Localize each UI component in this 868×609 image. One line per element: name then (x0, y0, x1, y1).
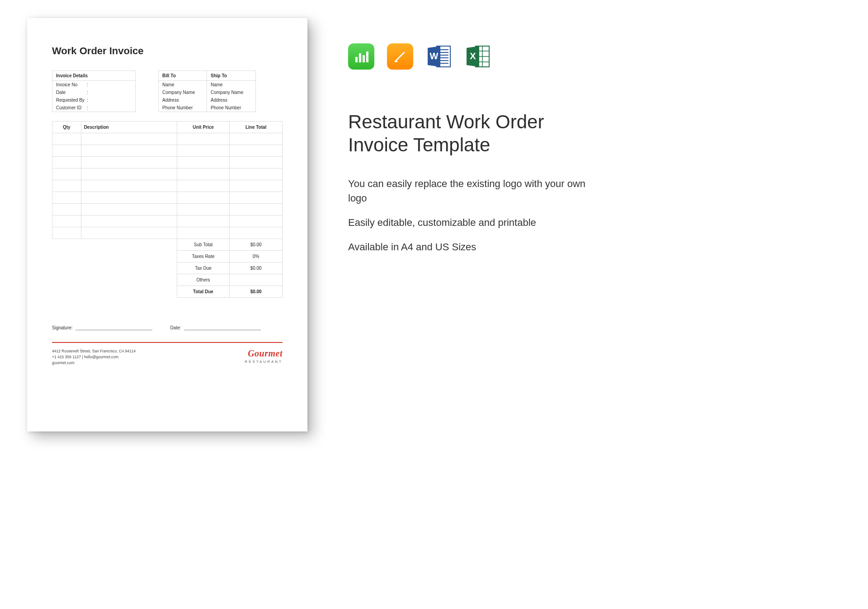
totals-row: Others (52, 274, 283, 286)
totals-row: Taxes Rate0% (52, 251, 283, 262)
th-unit: Unit Price (177, 122, 230, 133)
bill-to-column: Bill To Name Company Name Address Phone … (158, 70, 207, 112)
totals-row: Sub Total$0.00 (52, 239, 283, 251)
party-row: Phone Number (159, 104, 207, 112)
info-row: Invoice Details Invoice No: Date: Reques… (52, 70, 283, 112)
divider (52, 342, 283, 343)
totals-value: $0.00 (230, 239, 283, 251)
format-icons: W X (348, 43, 592, 70)
party-row: Address (207, 96, 255, 104)
date-label: Date: (170, 325, 181, 330)
ship-to-column: Ship To Name Company Name Address Phone … (207, 70, 256, 112)
feature-item: Easily editable, customizable and printa… (348, 215, 592, 230)
totals-label: Taxes Rate (177, 251, 230, 262)
footer-address: 4412 Roosevelt Street, San Francisco, CA… (52, 348, 136, 365)
brand-name: Gourmet (245, 348, 283, 359)
signature-label: Signature: (52, 325, 73, 330)
party-row: Name (207, 81, 255, 89)
date-line (184, 325, 261, 330)
table-row (52, 192, 283, 204)
title-line: Invoice Template (348, 134, 490, 155)
invoice-field: Invoice No: (52, 81, 135, 89)
totals-value: $0.00 (230, 262, 283, 274)
footer-line: gourmet.com (52, 360, 136, 366)
totals-label: Tax Due (177, 262, 230, 274)
totals-label: Total Due (177, 286, 230, 298)
footer-line: 4412 Roosevelt Street, San Francisco, CA… (52, 348, 136, 354)
bill-ship-box: Bill To Name Company Name Address Phone … (158, 70, 256, 112)
svg-rect-0 (355, 57, 358, 62)
title-line: Restaurant Work Order (348, 111, 544, 132)
table-row (52, 133, 283, 145)
brand: Gourmet RESTAURANT (245, 348, 283, 364)
product-title: Restaurant Work Order Invoice Template (348, 110, 592, 156)
bill-to-header: Bill To (159, 71, 207, 81)
table-row (52, 157, 283, 169)
brand-sub: RESTAURANT (245, 360, 283, 364)
totals-value (230, 274, 283, 286)
excel-icon: X (465, 43, 491, 70)
svg-rect-2 (363, 55, 365, 62)
totals-row: Total Due$0.00 (52, 286, 283, 298)
signature-row: Signature: Date: (52, 325, 283, 330)
svg-rect-3 (366, 52, 368, 62)
totals-label: Others (177, 274, 230, 286)
feature-item: Available in A4 and US Sizes (348, 240, 592, 254)
party-row: Company Name (207, 89, 255, 96)
pages-icon (387, 43, 413, 70)
footer-line: +1 415 359 1127 | hello@gourmet.com (52, 354, 136, 360)
table-row (52, 227, 283, 239)
items-table: Qty Description Unit Price Line Total Su… (52, 121, 283, 298)
invoice-details-header: Invoice Details (52, 71, 135, 81)
table-row (52, 180, 283, 192)
party-row: Name (159, 81, 207, 89)
document-preview: Work Order Invoice Invoice Details Invoi… (27, 18, 307, 431)
feature-item: You can easily replace the existing logo… (348, 177, 592, 206)
footer: 4412 Roosevelt Street, San Francisco, CA… (52, 348, 283, 365)
ship-to-header: Ship To (207, 71, 255, 81)
th-line: Line Total (230, 122, 283, 133)
product-panel: W X Restaurant Work Order Invoice Templa… (348, 43, 592, 264)
date-field: Date: (170, 325, 261, 330)
svg-rect-1 (359, 53, 361, 62)
feature-list: You can easily replace the existing logo… (348, 177, 592, 254)
invoice-field: Customer ID: (52, 104, 135, 112)
totals-value: $0.00 (230, 286, 283, 298)
party-row: Phone Number (207, 104, 255, 112)
table-row (52, 204, 283, 215)
svg-text:X: X (470, 51, 476, 61)
table-row (52, 169, 283, 180)
doc-title: Work Order Invoice (52, 45, 283, 57)
invoice-field: Date: (52, 89, 135, 96)
party-row: Company Name (159, 89, 207, 96)
numbers-icon (348, 43, 374, 70)
party-row: Address (159, 96, 207, 104)
signature-field: Signature: (52, 325, 152, 330)
signature-line (75, 325, 152, 330)
table-row (52, 145, 283, 157)
totals-row: Tax Due$0.00 (52, 262, 283, 274)
totals-value: 0% (230, 251, 283, 262)
invoice-details-box: Invoice Details Invoice No: Date: Reques… (52, 70, 136, 112)
word-icon: W (426, 43, 452, 70)
table-row (52, 215, 283, 227)
th-qty: Qty (52, 122, 81, 133)
th-desc: Description (81, 122, 177, 133)
invoice-field: Requested By: (52, 96, 135, 104)
svg-text:W: W (430, 51, 439, 61)
totals-label: Sub Total (177, 239, 230, 251)
